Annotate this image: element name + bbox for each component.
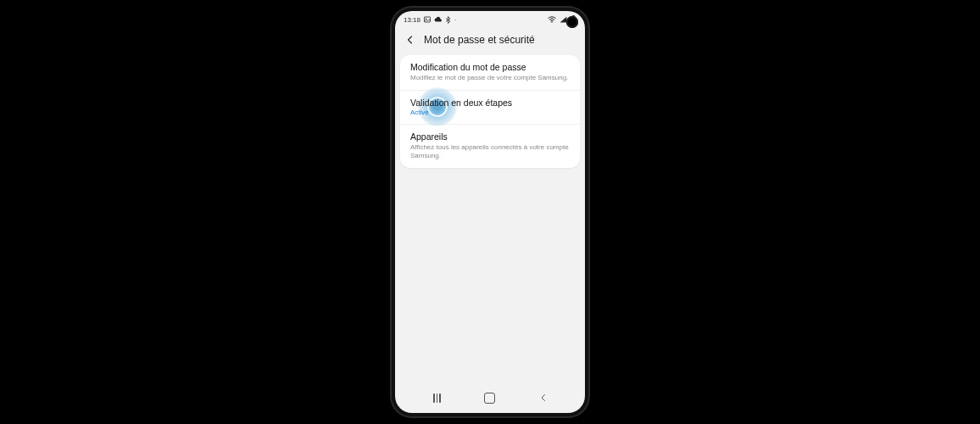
system-nav-bar	[395, 386, 585, 413]
cloud-icon	[434, 16, 442, 23]
recents-icon	[433, 393, 441, 403]
item-title: Validation en deux étapes	[410, 98, 570, 109]
screen: 13:18 ·	[395, 11, 585, 413]
item-devices[interactable]: Appareils Affichez tous les appareils co…	[400, 125, 580, 168]
front-camera	[566, 16, 578, 28]
chevron-left-icon	[405, 35, 415, 45]
svg-point-1	[426, 18, 426, 19]
home-icon	[484, 393, 495, 404]
bluetooth-icon	[445, 16, 451, 24]
item-two-step-verification[interactable]: Validation en deux étapes Activé	[400, 91, 580, 126]
status-more: ·	[454, 16, 456, 24]
wifi-icon	[548, 16, 556, 23]
back-button[interactable]	[404, 33, 417, 47]
item-subtitle: Modifiez le mot de passe de votre compte…	[410, 74, 570, 82]
image-icon	[424, 16, 431, 23]
item-subtitle: Affichez tous les appareils connectés à …	[410, 143, 570, 160]
svg-point-2	[551, 21, 552, 22]
app-header: Mot de passe et sécurité	[395, 26, 585, 55]
item-change-password[interactable]: Modification du mot de passe Modifiez le…	[400, 55, 580, 91]
page-title: Mot de passe et sécurité	[424, 34, 535, 46]
nav-back-button[interactable]	[532, 389, 555, 406]
item-status: Activé	[410, 109, 570, 116]
item-title: Modification du mot de passe	[410, 62, 570, 73]
nav-home-button[interactable]	[478, 389, 502, 406]
phone-frame: 13:18 ·	[392, 8, 588, 416]
settings-list: Modification du mot de passe Modifiez le…	[400, 55, 580, 168]
item-title: Appareils	[410, 131, 570, 142]
status-bar: 13:18 ·	[395, 11, 585, 26]
nav-recents-button[interactable]	[425, 389, 448, 406]
status-time: 13:18	[404, 16, 420, 24]
chevron-left-icon	[538, 393, 548, 403]
